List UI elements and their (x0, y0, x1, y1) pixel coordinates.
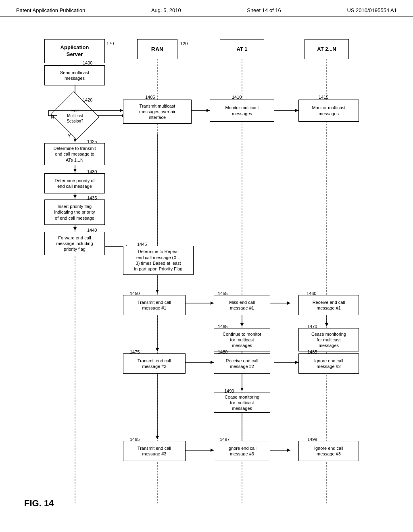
svg-marker-20 (156, 290, 159, 293)
diamond-n-label: N (51, 114, 54, 119)
svg-marker-24 (287, 301, 290, 305)
svg-marker-30 (156, 348, 159, 351)
node-1455: Miss end call message #1 (214, 295, 270, 315)
node-1470: Cease monitoring for multicast messages (298, 328, 359, 351)
node-1485: Ignore end call message #2 (298, 353, 359, 374)
svg-marker-22 (211, 301, 214, 305)
num-1410: 1410 (232, 95, 242, 100)
col-at2n: AT 2...N (305, 39, 349, 59)
node-1415: Monitor multicast messages (298, 100, 359, 122)
header-left: Patent Application Publication (16, 7, 85, 13)
node-1490: Cease monitoring for multicast messages (214, 393, 270, 413)
node-1480: Receive end call message #2 (214, 353, 270, 374)
fig-label: FIG. 14 (24, 498, 54, 509)
diagram-area: Application Server 170 RAN 120 AT 1 AT 2… (0, 17, 413, 517)
node-1430: Determine priority of end call message (44, 173, 105, 193)
svg-marker-15 (73, 227, 77, 231)
node-1499: Ignore end call message #3 (298, 441, 359, 461)
svg-marker-43 (287, 449, 290, 452)
node-1420: End Multicast Session? (57, 100, 93, 132)
node-1410: Monitor multicast messages (210, 100, 274, 122)
num-1405: 1405 (145, 95, 155, 100)
svg-marker-39 (156, 436, 159, 439)
node-1435: Insert priority flag indicating the prio… (44, 200, 105, 225)
col-ran: RAN (137, 39, 177, 59)
svg-marker-48 (295, 109, 298, 112)
svg-marker-28 (325, 323, 328, 326)
svg-marker-41 (211, 449, 214, 452)
node-1497: Ignore end call message #3 (214, 441, 270, 461)
page-header: Patent Application Publication Aug. 5, 2… (0, 0, 413, 17)
svg-marker-52 (120, 109, 123, 112)
node-1475: Transmit end call message #2 (123, 353, 186, 374)
svg-marker-35 (295, 361, 298, 364)
diamond-y-label: Y (68, 133, 71, 138)
node-1440: Forward end call message including prior… (44, 232, 105, 255)
node-1425: Determine to transmit end call message t… (44, 143, 105, 165)
header-center: Aug. 5, 2010 (151, 7, 181, 13)
col-at1: AT 1 (220, 39, 264, 59)
col-ran-num: 120 (180, 41, 188, 46)
node-1445: Determine to Repeat end call message (X … (123, 246, 194, 275)
svg-marker-37 (240, 388, 244, 391)
node-1405: Transmit multicast messages over air int… (123, 100, 192, 124)
col-app-server: Application Server (44, 39, 105, 63)
col-app-server-num: 170 (106, 41, 114, 46)
node-1465: Continue to monitor for multicast messag… (214, 328, 270, 351)
num-1415: 1415 (319, 95, 328, 100)
node-1460: Receive end call message #1 (298, 295, 359, 315)
num-1400: 1400 (83, 60, 92, 65)
node-1495: Transmit end call message #3 (123, 441, 186, 461)
svg-marker-11 (73, 169, 77, 172)
node-1400: Send multicast messages (44, 65, 105, 85)
svg-marker-46 (206, 109, 210, 112)
svg-marker-26 (240, 323, 244, 326)
svg-marker-13 (73, 195, 77, 198)
header-sheet: Sheet 14 of 16 (247, 7, 281, 13)
node-1450: Transmit end call message #1 (123, 295, 186, 315)
svg-marker-32 (211, 361, 214, 364)
header-right: US 2010/0195554 A1 (347, 7, 397, 13)
